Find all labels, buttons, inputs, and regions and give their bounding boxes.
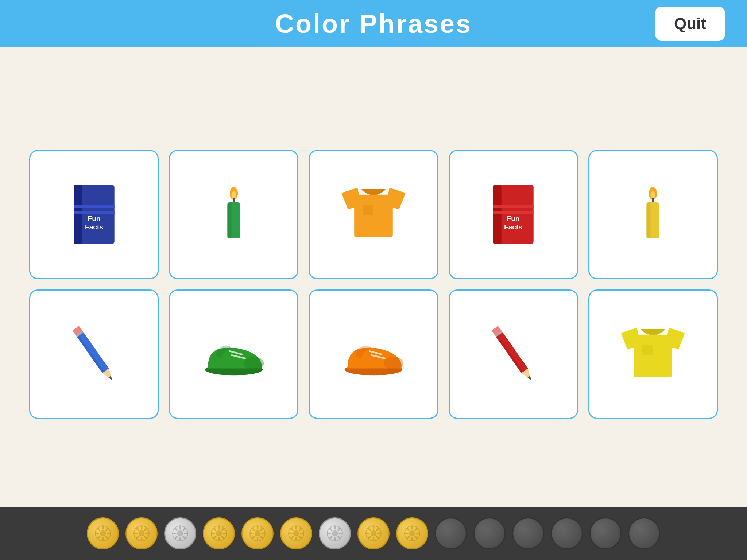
page-title: Color Phrases bbox=[275, 9, 472, 39]
coin-gear-icon bbox=[478, 522, 501, 545]
svg-line-95 bbox=[253, 537, 254, 538]
blue-book-icon: Fun Facts bbox=[49, 170, 138, 259]
svg-line-105 bbox=[291, 537, 293, 538]
svg-line-117 bbox=[330, 529, 332, 530]
card-orange-shoe[interactable] bbox=[309, 289, 438, 419]
card-blue-pencil[interactable] bbox=[29, 289, 159, 419]
svg-line-55 bbox=[98, 537, 100, 538]
coin-gear-icon bbox=[517, 522, 539, 545]
svg-point-7 bbox=[231, 191, 236, 199]
svg-point-91 bbox=[255, 530, 261, 537]
svg-line-57 bbox=[98, 529, 100, 530]
red-pencil-icon bbox=[469, 310, 558, 398]
svg-point-144 bbox=[599, 526, 612, 540]
svg-rect-25 bbox=[647, 202, 651, 238]
svg-line-97 bbox=[253, 529, 254, 530]
card-red-pencil[interactable] bbox=[449, 289, 578, 419]
svg-line-65 bbox=[137, 537, 138, 538]
coin-gear-icon bbox=[556, 522, 578, 545]
svg-line-89 bbox=[222, 529, 224, 530]
svg-line-99 bbox=[261, 529, 262, 530]
coin-gear-icon bbox=[362, 522, 385, 545]
red-book-icon: Fun Facts bbox=[469, 170, 558, 259]
bottom-bar bbox=[0, 507, 747, 560]
coin-2 bbox=[125, 517, 158, 549]
svg-point-33 bbox=[244, 357, 264, 369]
coin-6 bbox=[280, 517, 312, 549]
coin-13 bbox=[551, 517, 583, 549]
svg-line-123 bbox=[377, 537, 378, 538]
coin-gear-icon bbox=[594, 522, 617, 545]
svg-rect-42 bbox=[496, 332, 528, 373]
svg-rect-17 bbox=[493, 205, 533, 208]
svg-point-142 bbox=[521, 526, 535, 540]
coin-4 bbox=[203, 517, 235, 549]
coin-gear-icon bbox=[401, 522, 423, 545]
card-yellow-shirt[interactable] bbox=[588, 289, 718, 419]
svg-line-119 bbox=[338, 529, 340, 530]
svg-point-121 bbox=[371, 530, 377, 537]
svg-line-67 bbox=[137, 529, 138, 530]
card-yellow-candle[interactable] bbox=[588, 150, 718, 279]
svg-line-87 bbox=[214, 529, 216, 530]
coin-14 bbox=[589, 517, 622, 549]
coin-7 bbox=[319, 517, 351, 549]
coin-1 bbox=[87, 517, 119, 549]
svg-rect-3 bbox=[74, 211, 114, 215]
header: Color Phrases Quit bbox=[0, 0, 747, 47]
coin-gear-icon bbox=[169, 522, 191, 545]
svg-rect-14 bbox=[363, 205, 374, 215]
svg-line-83 bbox=[222, 537, 224, 538]
svg-point-143 bbox=[560, 526, 573, 540]
coin-11 bbox=[473, 517, 506, 549]
svg-text:Fun: Fun bbox=[88, 215, 100, 222]
svg-line-137 bbox=[407, 529, 409, 530]
card-green-shoe[interactable] bbox=[169, 289, 298, 419]
card-orange-shirt[interactable] bbox=[309, 150, 438, 279]
card-red-book[interactable]: Fun Facts bbox=[449, 150, 578, 279]
svg-text:Facts: Facts bbox=[85, 223, 103, 231]
card-green-candle[interactable] bbox=[169, 150, 298, 279]
svg-rect-18 bbox=[493, 211, 533, 215]
svg-line-127 bbox=[369, 529, 370, 530]
coin-9 bbox=[396, 517, 428, 549]
coin-3 bbox=[164, 517, 196, 549]
svg-line-59 bbox=[106, 529, 108, 530]
svg-line-125 bbox=[369, 537, 370, 538]
main-content: Fun Facts Fun Facts bbox=[0, 47, 747, 507]
coin-gear-icon bbox=[246, 522, 269, 545]
svg-rect-10 bbox=[227, 202, 231, 238]
svg-rect-13 bbox=[354, 195, 393, 237]
svg-rect-28 bbox=[77, 332, 109, 373]
svg-line-93 bbox=[261, 537, 262, 538]
coin-gear-icon bbox=[130, 522, 153, 545]
svg-rect-49 bbox=[642, 345, 653, 355]
quit-button[interactable]: Quit bbox=[655, 7, 725, 41]
card-grid: Fun Facts Fun Facts bbox=[29, 150, 718, 419]
coin-gear-icon bbox=[285, 522, 307, 545]
yellow-candle-icon bbox=[608, 170, 697, 259]
card-blue-book[interactable]: Fun Facts bbox=[29, 150, 159, 279]
coin-gear-icon bbox=[92, 522, 114, 545]
coin-5 bbox=[241, 517, 274, 549]
svg-rect-29 bbox=[77, 335, 104, 373]
green-shoe-icon bbox=[189, 310, 278, 398]
svg-text:Facts: Facts bbox=[504, 223, 522, 231]
svg-line-69 bbox=[145, 529, 146, 530]
svg-point-81 bbox=[216, 530, 222, 537]
svg-point-61 bbox=[139, 530, 145, 537]
coin-10 bbox=[435, 517, 467, 549]
svg-line-79 bbox=[183, 529, 185, 530]
svg-point-71 bbox=[177, 530, 183, 537]
coin-gear-icon bbox=[633, 522, 655, 545]
svg-point-145 bbox=[637, 526, 651, 540]
svg-line-133 bbox=[415, 537, 417, 538]
coin-12 bbox=[512, 517, 544, 549]
svg-line-113 bbox=[338, 537, 340, 538]
svg-line-107 bbox=[291, 529, 293, 530]
svg-line-53 bbox=[106, 537, 108, 538]
svg-line-63 bbox=[145, 537, 146, 538]
svg-rect-2 bbox=[74, 205, 114, 208]
svg-point-22 bbox=[651, 191, 655, 199]
coin-gear-icon bbox=[324, 522, 346, 545]
